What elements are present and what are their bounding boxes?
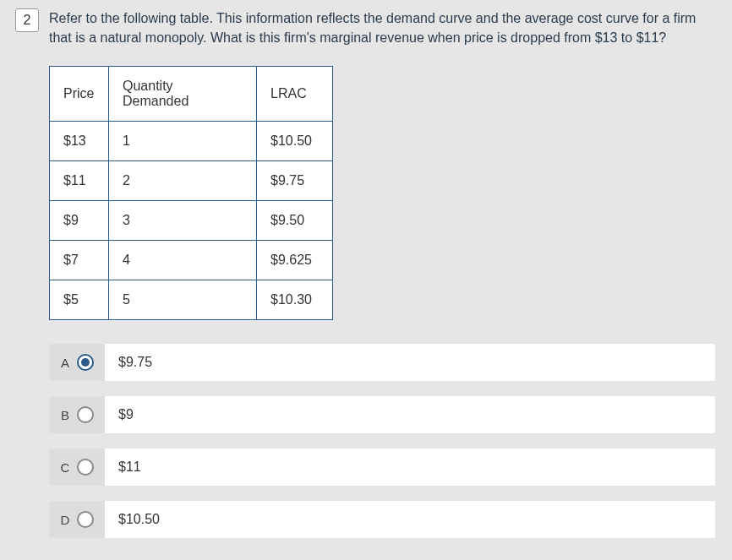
- answer-letter: A: [60, 356, 70, 370]
- radio-button[interactable]: [77, 511, 94, 528]
- cell-lrac: $9.50: [257, 201, 333, 241]
- question-number-badge: 2: [15, 8, 39, 32]
- cell-price: $5: [50, 280, 109, 320]
- header-price: Price: [50, 67, 109, 122]
- answer-letter-box: D: [49, 501, 105, 538]
- answer-text: $9: [105, 396, 715, 433]
- radio-button[interactable]: [77, 354, 94, 371]
- table-row: $11 2 $9.75: [50, 161, 333, 201]
- cell-lrac: $9.75: [257, 161, 333, 201]
- answer-text: $11: [105, 449, 715, 486]
- answer-letter-box: A: [49, 344, 105, 381]
- question-text: Refer to the following table. This infor…: [49, 8, 715, 47]
- cell-price: $11: [50, 161, 109, 201]
- answer-letter: B: [60, 408, 70, 422]
- table-header-row: Price Quantity Demanded LRAC: [50, 67, 333, 122]
- question-body: Refer to the following table. This infor…: [49, 8, 715, 538]
- answer-option-d[interactable]: D $10.50: [49, 501, 715, 538]
- answer-option-a[interactable]: A $9.75: [49, 344, 715, 381]
- question-wrapper: 2 Refer to the following table. This inf…: [15, 8, 715, 538]
- table-row: $7 4 $9.625: [50, 241, 333, 280]
- header-quantity: Quantity Demanded: [109, 67, 257, 122]
- cell-price: $7: [50, 241, 109, 280]
- table-row: $13 1 $10.50: [50, 122, 333, 161]
- table-row: $5 5 $10.30: [50, 280, 333, 320]
- data-table: Price Quantity Demanded LRAC $13 1 $10.5…: [49, 66, 333, 320]
- answer-letter-box: B: [49, 396, 105, 433]
- answer-text: $9.75: [105, 344, 715, 381]
- answer-list: A $9.75 B $9 C $11: [49, 344, 715, 538]
- cell-lrac: $10.30: [257, 280, 333, 320]
- cell-price: $9: [50, 201, 109, 241]
- answer-letter: D: [60, 513, 70, 527]
- header-lrac: LRAC: [257, 67, 333, 122]
- answer-letter: C: [60, 460, 70, 475]
- cell-quantity: 3: [109, 201, 257, 241]
- cell-quantity: 1: [109, 122, 257, 161]
- answer-option-c[interactable]: C $11: [49, 449, 715, 486]
- cell-lrac: $9.625: [257, 241, 333, 280]
- answer-text: $10.50: [105, 501, 715, 538]
- cell-quantity: 4: [109, 241, 257, 280]
- cell-lrac: $10.50: [257, 122, 333, 161]
- table-row: $9 3 $9.50: [50, 201, 333, 241]
- answer-letter-box: C: [49, 449, 105, 486]
- cell-price: $13: [50, 122, 109, 161]
- radio-button[interactable]: [77, 459, 94, 476]
- cell-quantity: 5: [109, 280, 257, 320]
- radio-button[interactable]: [77, 406, 94, 423]
- cell-quantity: 2: [109, 161, 257, 201]
- answer-option-b[interactable]: B $9: [49, 396, 715, 433]
